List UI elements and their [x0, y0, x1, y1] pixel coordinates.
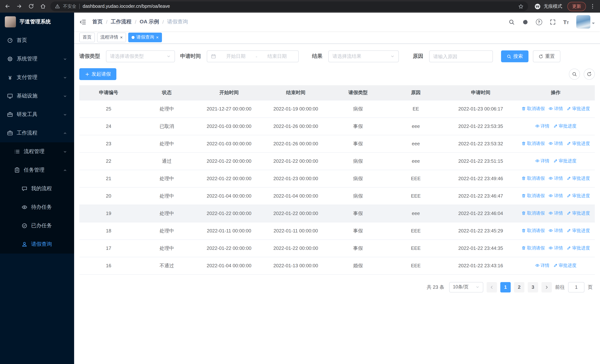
- cell-actions: 详情审批进度: [517, 118, 595, 135]
- main-area: 首页 / 工作流程 / OA 示例 / 请假查询 ? TT: [74, 13, 600, 364]
- detail-link[interactable]: 详情: [535, 123, 549, 129]
- cancel-leave-link[interactable]: 取消请假: [521, 245, 545, 251]
- cell-leave-type: 病假: [329, 187, 387, 205]
- sidebar-item-process-management[interactable]: 流程管理: [0, 142, 74, 161]
- approval-progress-link[interactable]: 审批进度: [567, 175, 590, 182]
- prev-page-button[interactable]: [487, 282, 497, 292]
- approval-progress-link[interactable]: 审批进度: [567, 228, 590, 234]
- user-avatar-menu[interactable]: [576, 15, 595, 28]
- sidebar-collapse-icon[interactable]: [79, 18, 86, 25]
- github-icon[interactable]: [522, 19, 528, 25]
- select-placeholder: 请选择流结果: [332, 53, 390, 60]
- cancel-leave-link[interactable]: 取消请假: [521, 228, 545, 234]
- leave-type-select[interactable]: 请选择请假类型: [106, 50, 175, 62]
- apply-time-range-picker[interactable]: 开始日期 - 结束日期: [207, 50, 299, 62]
- detail-link[interactable]: 详情: [548, 245, 563, 251]
- browser-back-icon[interactable]: [4, 3, 10, 9]
- reset-button[interactable]: 重置: [533, 50, 560, 62]
- chevron-down-icon: [63, 94, 67, 98]
- sidebar-item-done-tasks[interactable]: 已办任务: [0, 216, 74, 235]
- sidebar-item-workflow[interactable]: 工作流程: [0, 124, 74, 142]
- detail-link[interactable]: 详情: [548, 193, 563, 199]
- approval-progress-link[interactable]: 审批进度: [553, 262, 576, 269]
- gear-icon: [7, 56, 13, 62]
- page-size-select[interactable]: 10条/页: [449, 282, 483, 292]
- cell-reason: eee: [387, 152, 445, 170]
- fullscreen-icon[interactable]: [549, 19, 556, 25]
- sidebar-item-todo-tasks[interactable]: 待办任务: [0, 198, 74, 216]
- cell-apply-no: 16: [79, 257, 138, 274]
- approval-progress-link[interactable]: 审批进度: [567, 106, 590, 112]
- reason-input[interactable]: [429, 50, 493, 62]
- search-icon[interactable]: [508, 19, 515, 25]
- sidebar-item-devtools[interactable]: 研发工具: [0, 105, 74, 124]
- close-icon[interactable]: ×: [120, 35, 123, 39]
- sidebar-item-home[interactable]: 首页: [0, 31, 74, 50]
- cell-actions: 详情审批进度: [517, 152, 595, 170]
- chevron-down-icon: [476, 285, 479, 289]
- cell-start-time: 2022-01-22 00:00:00: [196, 205, 262, 222]
- detail-link[interactable]: 详情: [548, 106, 563, 112]
- sidebar-item-my-process[interactable]: 我的流程: [0, 179, 74, 198]
- search-button[interactable]: 搜索: [501, 50, 528, 62]
- tab-leave-query[interactable]: 请假查询 ×: [128, 32, 162, 42]
- breadcrumb-item[interactable]: OA 示例: [140, 19, 159, 25]
- refresh-table-button[interactable]: [584, 69, 595, 80]
- browser-update-button[interactable]: 更新: [567, 2, 586, 11]
- page-button-3[interactable]: 3: [528, 282, 538, 292]
- cancel-leave-link[interactable]: 取消请假: [521, 175, 545, 182]
- cancel-leave-link[interactable]: 取消请假: [521, 210, 545, 216]
- sidebar-item-infra[interactable]: 基础设施: [0, 87, 74, 105]
- detail-link[interactable]: 详情: [548, 228, 563, 234]
- cell-leave-type: 事假: [329, 135, 387, 152]
- breadcrumb-item[interactable]: 工作流程: [111, 19, 131, 25]
- security-warning-icon[interactable]: [55, 4, 60, 9]
- sidebar-item-task-management[interactable]: 任务管理: [0, 161, 74, 179]
- create-leave-button[interactable]: 发起请假: [79, 68, 116, 80]
- detail-link[interactable]: 详情: [548, 140, 563, 147]
- font-size-icon[interactable]: TT: [563, 19, 569, 25]
- sidebar-item-system[interactable]: 系统管理: [0, 50, 74, 68]
- page-button-2[interactable]: 2: [514, 282, 525, 292]
- next-page-button[interactable]: [542, 282, 552, 292]
- sidebar-item-payment[interactable]: ¥ 支付管理: [0, 68, 74, 87]
- browser-nav-buttons: [4, 3, 46, 9]
- filter-label: 申请时间: [180, 53, 201, 60]
- address-bar[interactable]: 不安全 dashboard.yudao.iocoder.cn/bpm/oa/le…: [50, 1, 528, 11]
- approval-progress-link[interactable]: 审批进度: [553, 123, 576, 129]
- column-header: 申请编号: [79, 85, 138, 100]
- close-icon[interactable]: ×: [156, 35, 159, 39]
- detail-link[interactable]: 详情: [535, 262, 549, 269]
- detail-link[interactable]: 详情: [548, 175, 563, 182]
- cell-status: 处理中: [138, 170, 196, 187]
- update-label: 更新: [572, 3, 581, 9]
- browser-home-icon[interactable]: [40, 3, 46, 9]
- result-select[interactable]: 请选择流结果: [328, 50, 399, 62]
- detail-link[interactable]: 详情: [548, 210, 563, 216]
- tab-home[interactable]: 首页: [79, 32, 95, 42]
- approval-progress-link[interactable]: 审批进度: [567, 140, 590, 147]
- sidebar-item-leave-query[interactable]: 请假查询: [0, 235, 74, 253]
- menu-label: 待办任务: [31, 204, 52, 211]
- show-search-button[interactable]: [569, 69, 580, 80]
- browser-menu-icon[interactable]: [590, 3, 596, 9]
- approval-progress-link[interactable]: 审批进度: [567, 210, 590, 216]
- cancel-leave-link[interactable]: 取消请假: [521, 140, 545, 147]
- cancel-leave-link[interactable]: 取消请假: [521, 106, 545, 112]
- table-row: 20处理中2022-01-04 00:00:002022-01-04 00:00…: [79, 187, 595, 205]
- browser-forward-icon[interactable]: [16, 3, 22, 9]
- menu-label: 请假查询: [31, 241, 52, 248]
- bookmark-star-icon[interactable]: [518, 3, 524, 9]
- browser-reload-icon[interactable]: [28, 3, 34, 9]
- approval-progress-link[interactable]: 审批进度: [567, 245, 590, 251]
- goto-page-input[interactable]: [568, 282, 584, 292]
- cancel-leave-link[interactable]: 取消请假: [521, 193, 545, 199]
- help-icon[interactable]: ?: [536, 19, 542, 25]
- tab-process-detail[interactable]: 流程详情 ×: [97, 32, 126, 42]
- approval-progress-link[interactable]: 审批进度: [567, 193, 590, 199]
- breadcrumb-item[interactable]: 首页: [92, 19, 103, 25]
- approval-progress-link[interactable]: 审批进度: [553, 158, 576, 164]
- page-button-1[interactable]: 1: [500, 282, 511, 292]
- detail-link[interactable]: 详情: [535, 158, 549, 164]
- breadcrumb-separator: /: [162, 19, 164, 25]
